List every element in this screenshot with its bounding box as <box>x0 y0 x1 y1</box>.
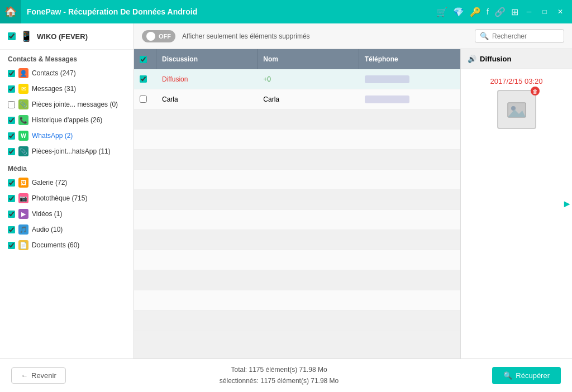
content-area: OFF Afficher seulement les éléments supp… <box>134 23 572 358</box>
documents-label: Documents (60) <box>32 241 126 249</box>
total-label: Total: 1175 élément(s) 71.98 Mo <box>66 365 493 375</box>
th-checkbox <box>134 49 156 69</box>
table-row[interactable] <box>134 230 460 250</box>
facebook-icon[interactable]: f <box>487 7 489 16</box>
close-button[interactable]: ✕ <box>555 7 565 17</box>
recover-icon: 🔍 <box>503 371 512 380</box>
table-row[interactable]: Diffusion +0 <box>134 69 460 89</box>
panel-title: Diffusion <box>480 55 511 63</box>
key-icon[interactable]: 🔑 <box>470 7 481 17</box>
phone-blurred <box>365 95 409 103</box>
main-content: 📱 WIKO (FEVER) Contacts & Messages 👤 Con… <box>0 23 572 358</box>
toggle-deleted[interactable]: OFF <box>142 30 175 42</box>
sidebar-item-documents[interactable]: 📄 Documents (60) <box>0 237 134 253</box>
table-row[interactable] <box>134 190 460 210</box>
maximize-button[interactable]: □ <box>540 7 550 17</box>
expand-arrow[interactable]: ► <box>562 198 572 210</box>
search-box: 🔍 <box>475 29 564 43</box>
table-row[interactable] <box>134 210 460 230</box>
messages-checkbox[interactable] <box>8 85 15 93</box>
section-media: Média <box>0 159 134 175</box>
documents-icon: 📄 <box>18 240 28 250</box>
sidebar-item-attachments[interactable]: 📎 Pièces jointe... messages (0) <box>0 97 134 112</box>
sidebar-item-calls[interactable]: 📞 Historique d'appels (26) <box>0 112 134 128</box>
video-checkbox[interactable] <box>8 211 15 218</box>
sidebar-item-whatsapp[interactable]: W WhatsApp (2) <box>0 128 134 144</box>
audio-label: Audio (10) <box>32 226 126 233</box>
messages-label: Messages (31) <box>32 85 126 93</box>
row-checkbox[interactable] <box>134 75 156 83</box>
message-image <box>497 90 536 129</box>
whatsapp-icon: W <box>18 131 28 141</box>
whatsapp-checkbox[interactable] <box>8 132 15 140</box>
row-nom: +0 <box>258 75 359 83</box>
table-row[interactable] <box>134 109 460 130</box>
search-icon: 🔍 <box>480 32 489 40</box>
table-row[interactable] <box>134 290 460 310</box>
whatsapp-attach-icon: 📎 <box>18 146 28 156</box>
table-row[interactable] <box>134 250 460 270</box>
footer-info: Total: 1175 élément(s) 71.98 Mo sélectio… <box>66 365 493 386</box>
diamond-icon[interactable]: 💎 <box>453 7 464 17</box>
recover-button[interactable]: 🔍 Récupérer <box>492 367 561 384</box>
th-telephone: Téléphone <box>359 49 460 69</box>
table-row[interactable] <box>134 310 460 331</box>
toggle-label: OFF <box>159 33 171 40</box>
calls-icon: 📞 <box>18 115 28 125</box>
sound-icon: 🔊 <box>468 55 476 63</box>
calls-checkbox[interactable] <box>8 117 15 124</box>
cart-icon[interactable]: 🛒 <box>436 7 447 17</box>
select-all-checkbox[interactable] <box>140 56 147 63</box>
sidebar-item-messages[interactable]: ✉ Messages (31) <box>0 81 134 97</box>
panel-content: 2017/2/15 03:20 🗑 <box>461 69 572 358</box>
sidebar-item-contacts[interactable]: 👤 Contacts (247) <box>0 65 134 81</box>
sidebar-item-photolibrary[interactable]: 📷 Photothèque (715) <box>0 190 134 206</box>
messages-icon: ✉ <box>18 84 28 94</box>
sidebar-item-video[interactable]: ▶ Vidéos (1) <box>0 206 134 222</box>
row-checkbox[interactable] <box>134 95 156 103</box>
filter-label: Afficher seulement les éléments supprimé… <box>182 32 468 40</box>
whatsapp-attach-checkbox[interactable] <box>8 148 15 155</box>
selected-label: sélectionnés: 1175 élément(s) 71.98 Mo <box>66 376 493 386</box>
video-icon: ▶ <box>18 209 28 219</box>
th-discussion: Discussion <box>156 49 258 69</box>
table-row[interactable] <box>134 170 460 190</box>
documents-checkbox[interactable] <box>8 242 15 249</box>
phone-blurred <box>365 75 409 83</box>
table-row[interactable] <box>134 130 460 150</box>
sidebar-item-audio[interactable]: 🎵 Audio (10) <box>0 222 134 237</box>
grid-icon[interactable]: ⊞ <box>511 7 518 17</box>
minimize-button[interactable]: ─ <box>524 7 534 17</box>
app-title: FonePaw - Récupération De Données Androi… <box>27 7 436 16</box>
share-icon[interactable]: 🔗 <box>494 7 506 17</box>
contacts-icon: 👤 <box>18 68 28 78</box>
window-controls: 🛒 💎 🔑 f 🔗 ⊞ ─ □ ✕ <box>436 7 565 17</box>
contacts-label: Contacts (247) <box>32 69 126 77</box>
attachments-label: Pièces jointe... messages (0) <box>32 101 126 108</box>
attachments-checkbox[interactable] <box>8 101 15 108</box>
device-checkbox[interactable] <box>8 32 16 40</box>
search-input[interactable] <box>492 32 559 40</box>
table-row[interactable] <box>134 150 460 170</box>
panel-image-container: 🗑 <box>497 90 536 129</box>
titlebar: 🏠 FonePaw - Récupération De Données Andr… <box>0 0 572 23</box>
calls-label: Historique d'appels (26) <box>32 116 126 124</box>
gallery-label: Galerie (72) <box>32 179 126 187</box>
footer: ← Revenir Total: 1175 élément(s) 71.98 M… <box>0 358 572 392</box>
gallery-checkbox[interactable] <box>8 179 15 187</box>
toolbar: OFF Afficher seulement les éléments supp… <box>134 23 572 49</box>
contacts-checkbox[interactable] <box>8 70 15 77</box>
audio-checkbox[interactable] <box>8 226 15 233</box>
toggle-dot <box>146 32 155 41</box>
row-telephone <box>359 95 460 103</box>
photolibrary-checkbox[interactable] <box>8 195 15 202</box>
sidebar-item-gallery[interactable]: 🖼 Galerie (72) <box>0 175 134 190</box>
table-row[interactable]: Carla Carla <box>134 89 460 109</box>
home-button[interactable]: 🏠 <box>0 0 21 23</box>
sidebar-item-whatsapp-attach[interactable]: 📎 Pièces-joint...hatsApp (11) <box>0 144 134 159</box>
back-label: Revenir <box>31 371 56 380</box>
table-row[interactable] <box>134 270 460 290</box>
section-contacts-messages: Contacts & Messages <box>0 50 134 65</box>
back-button[interactable]: ← Revenir <box>11 367 66 384</box>
attachments-icon: 📎 <box>18 99 28 109</box>
